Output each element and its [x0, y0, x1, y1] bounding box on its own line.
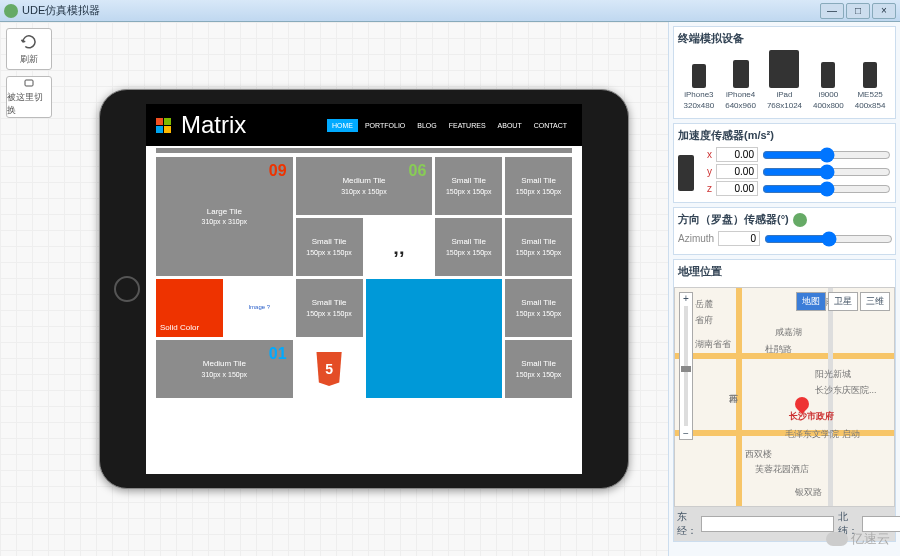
compass-panel: 方向（罗盘）传感器(°) Azimuth [673, 207, 896, 255]
tile-small[interactable]: Small Tile150px x 150px [505, 218, 572, 276]
compass-icon [793, 213, 807, 227]
app-icon [4, 4, 18, 18]
switch-device-button[interactable]: 被这里切换 [6, 76, 52, 118]
refresh-button[interactable]: 刷新 [6, 28, 52, 70]
tile-medium-2[interactable]: 01 Medium Tile310px x 150px [156, 340, 293, 398]
tile-medium-1[interactable]: 06 Medium Tile 310px x 150px [296, 157, 433, 215]
device-iphone3[interactable]: iPhone3320x480 [684, 64, 715, 110]
device-iphone4[interactable]: iPhone4640x960 [725, 60, 756, 110]
tile-quote[interactable]: ‚‚ [366, 218, 433, 276]
tile-small[interactable]: Small Tile150px x 150px [505, 279, 572, 337]
tile-image[interactable]: Image ? [226, 279, 293, 337]
zoom-in-icon[interactable]: + [683, 293, 689, 304]
device-selector-panel: 终端模拟设备 iPhone3320x480 iPhone4640x960 iPa… [673, 26, 896, 119]
html5-icon: 5 [314, 352, 344, 386]
tile-solid[interactable]: Solid Color [156, 279, 223, 337]
device-switch-icon [20, 77, 38, 89]
page-title: Matrix [181, 111, 246, 139]
azimuth-slider[interactable] [764, 235, 893, 243]
map-view[interactable]: 岳麓 省府 雨花区 杜鹃路 咸嘉湖 西二环 阳光新城 毛泽东文学院 启动 芙蓉花… [674, 287, 895, 507]
close-button[interactable]: × [872, 3, 896, 19]
phone-icon [678, 155, 694, 191]
main-nav: HOME PORTFOLIO BLOG FEATURES ABOUT CONTA… [327, 119, 572, 132]
accel-x-input[interactable] [716, 147, 758, 162]
map-mode-map[interactable]: 地图 [796, 292, 826, 311]
window-title: UDE仿真模拟器 [22, 3, 100, 18]
window-titlebar: UDE仿真模拟器 — □ × [0, 0, 900, 22]
tile-large[interactable]: 09 Large Tile 310px x 310px [156, 157, 293, 276]
tile-small[interactable]: Small Tile150px x 150px [505, 340, 572, 398]
left-toolbar: 刷新 被这里切换 [0, 22, 60, 556]
tile-html5[interactable]: 5 [296, 340, 363, 398]
nav-home[interactable]: HOME [327, 119, 358, 132]
tile-small[interactable]: Small Tile150px x 150px [296, 279, 363, 337]
nav-about[interactable]: ABOUT [493, 119, 527, 132]
nav-portfolio[interactable]: PORTFOLIO [360, 119, 410, 132]
longitude-input[interactable] [701, 516, 834, 532]
geolocation-panel: 地理位置 岳麓 省府 雨花区 杜鹃路 咸嘉湖 西二环 阳光新城 毛泽东文学院 启… [673, 259, 896, 542]
map-pin-label: 长沙市政府 [789, 410, 834, 423]
accelerometer-panel: 加速度传感器(m/s²) x y z [673, 123, 896, 203]
maximize-button[interactable]: □ [846, 3, 870, 19]
home-button[interactable] [114, 276, 140, 302]
page-header: Matrix HOME PORTFOLIO BLOG FEATURES ABOU… [146, 104, 582, 146]
right-panel: 终端模拟设备 iPhone3320x480 iPhone4640x960 iPa… [668, 22, 900, 556]
tile-small[interactable]: Small Tile150px x 150px [296, 218, 363, 276]
nav-contact[interactable]: CONTACT [529, 119, 572, 132]
tile-blue[interactable] [366, 279, 503, 398]
logo-icon [156, 118, 171, 133]
tile-small[interactable]: Small Tile150px x 150px [435, 218, 502, 276]
accel-y-slider[interactable] [762, 168, 891, 176]
zoom-slider-thumb[interactable] [681, 366, 691, 372]
watermark: 亿速云 [826, 530, 890, 548]
device-preview-area: Matrix HOME PORTFOLIO BLOG FEATURES ABOU… [60, 22, 668, 556]
device-i9000[interactable]: i9000400x800 [813, 62, 844, 110]
svg-rect-0 [25, 80, 33, 86]
accel-x-slider[interactable] [762, 151, 891, 159]
tile-small[interactable]: Small Tile150px x 150px [435, 157, 502, 215]
nav-blog[interactable]: BLOG [412, 119, 441, 132]
accel-z-slider[interactable] [762, 185, 891, 193]
minimize-button[interactable]: — [820, 3, 844, 19]
device-ipad[interactable]: iPad768x1024 [767, 50, 802, 110]
accent-bar [156, 148, 572, 153]
tile-grid: 09 Large Tile 310px x 310px 06 Medium Ti… [146, 157, 582, 398]
refresh-icon [20, 33, 38, 51]
tile-small[interactable]: Small Tile150px x 150px [505, 157, 572, 215]
accel-y-input[interactable] [716, 164, 758, 179]
zoom-out-icon[interactable]: − [683, 428, 689, 439]
map-mode-3d[interactable]: 三维 [860, 292, 890, 311]
device-me525[interactable]: ME525400x854 [855, 62, 886, 110]
nav-features[interactable]: FEATURES [444, 119, 491, 132]
cloud-icon [826, 532, 848, 546]
map-mode-satellite[interactable]: 卫星 [828, 292, 858, 311]
tablet-frame: Matrix HOME PORTFOLIO BLOG FEATURES ABOU… [99, 89, 629, 489]
device-screen[interactable]: Matrix HOME PORTFOLIO BLOG FEATURES ABOU… [146, 104, 582, 474]
azimuth-input[interactable] [718, 231, 760, 246]
map-zoom-control[interactable]: + − [679, 292, 693, 440]
accel-z-input[interactable] [716, 181, 758, 196]
